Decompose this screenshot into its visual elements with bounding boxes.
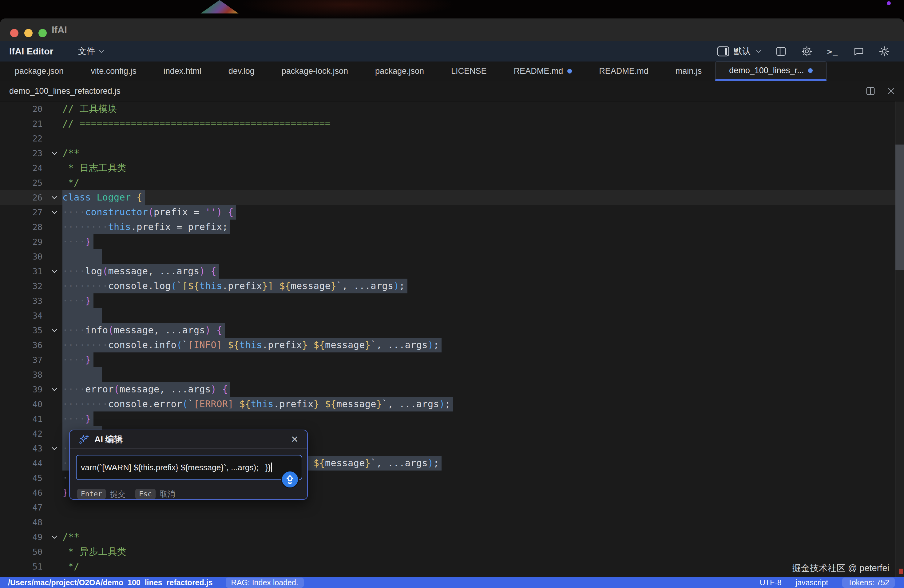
tab-bar: package.jsonvite.config.jsindex.htmldev.… bbox=[0, 62, 904, 81]
line-number: 28 bbox=[0, 222, 46, 232]
code-line-27[interactable]: 27····constructor(prefix = '') { bbox=[0, 205, 904, 220]
fold-chevron-icon[interactable] bbox=[51, 149, 58, 157]
cancel-hint[interactable]: 取消 bbox=[160, 489, 175, 499]
selection-highlight bbox=[62, 249, 102, 264]
minimize-window-button[interactable] bbox=[24, 29, 33, 37]
code-line-41[interactable]: 41····} bbox=[0, 411, 904, 426]
scrollbar-track[interactable] bbox=[895, 101, 904, 577]
code-line-28[interactable]: 28········this.prefix = prefix; bbox=[0, 220, 904, 234]
theme-sun-icon bbox=[879, 46, 890, 57]
code-text: ········console.log(`[${this.prefix}] ${… bbox=[62, 279, 904, 293]
scrollbar-thumb[interactable] bbox=[895, 145, 904, 270]
code-text: * 异步工具类 bbox=[62, 544, 904, 559]
code-line-24[interactable]: 24 * 日志工具类 bbox=[0, 161, 904, 175]
fold-column bbox=[46, 267, 62, 275]
file-menu-label: 文件 bbox=[78, 46, 95, 57]
ai-prompt-value: varn(`[WARN] ${this.prefix} ${message}`,… bbox=[81, 463, 271, 473]
settings-button[interactable] bbox=[800, 44, 814, 58]
panel-layout-icon bbox=[717, 46, 729, 57]
code-text: /** bbox=[62, 146, 904, 161]
file-menu[interactable]: 文件 bbox=[78, 46, 105, 57]
code-line-38[interactable]: 38 bbox=[0, 367, 904, 382]
code-line-23[interactable]: 23/** bbox=[0, 146, 904, 161]
tab-main.js[interactable]: main.js bbox=[662, 62, 716, 81]
tab-package-lock.json[interactable]: package-lock.json bbox=[268, 62, 362, 81]
tab-README.md[interactable]: README.md bbox=[585, 62, 662, 81]
code-line-25[interactable]: 25 */ bbox=[0, 175, 904, 190]
ai-submit-button[interactable] bbox=[281, 471, 299, 488]
code-line-47[interactable]: 47 bbox=[0, 500, 904, 515]
code-line-48[interactable]: 48 bbox=[0, 515, 904, 530]
code-line-37[interactable]: 37····} bbox=[0, 352, 904, 367]
split-editor-icon[interactable] bbox=[866, 87, 875, 96]
layout-label: 默认 bbox=[734, 46, 751, 57]
split-editor-button[interactable] bbox=[774, 44, 788, 58]
tab-vite.config.js[interactable]: vite.config.js bbox=[77, 62, 150, 81]
tab-README.md[interactable]: README.md bbox=[500, 62, 586, 81]
code-line-36[interactable]: 36········console.info(`[INFO] ${this.pr… bbox=[0, 338, 904, 352]
code-line-29[interactable]: 29····} bbox=[0, 234, 904, 249]
fold-chevron-icon[interactable] bbox=[51, 326, 58, 334]
code-line-31[interactable]: 31····log(message, ...args) { bbox=[0, 264, 904, 279]
zoom-window-button[interactable] bbox=[38, 29, 47, 37]
chat-button[interactable] bbox=[852, 44, 865, 58]
window-titlebar[interactable]: IfAI bbox=[0, 19, 904, 41]
code-editor[interactable]: 20// 工具模块21// ==========================… bbox=[0, 101, 904, 577]
code-line-50[interactable]: 50 * 异步工具类 bbox=[0, 544, 904, 559]
code-line-22[interactable]: 22 bbox=[0, 131, 904, 146]
tab-package.json[interactable]: package.json bbox=[362, 62, 438, 81]
code-line-51[interactable]: 51 */ bbox=[0, 559, 904, 574]
layout-picker[interactable]: 默认 bbox=[717, 46, 762, 57]
code-text: */ bbox=[62, 175, 904, 190]
tab-LICENSE[interactable]: LICENSE bbox=[438, 62, 500, 81]
code-line-49[interactable]: 49/** bbox=[0, 530, 904, 544]
close-editor-icon[interactable] bbox=[887, 87, 895, 95]
code-line-32[interactable]: 32········console.log(`[${this.prefix}] … bbox=[0, 279, 904, 293]
fold-chevron-icon[interactable] bbox=[51, 267, 58, 275]
terminal-button[interactable]: >_ bbox=[826, 44, 839, 58]
code-line-33[interactable]: 33····} bbox=[0, 293, 904, 308]
code-line-26[interactable]: 26class Logger { bbox=[0, 190, 904, 205]
status-language[interactable]: javascript bbox=[796, 578, 828, 587]
enter-key-badge: Enter bbox=[77, 488, 106, 499]
code-line-34[interactable]: 34 bbox=[0, 308, 904, 323]
fold-chevron-icon[interactable] bbox=[51, 208, 58, 216]
close-window-button[interactable] bbox=[10, 29, 19, 37]
close-icon[interactable]: ✕ bbox=[291, 435, 299, 444]
tab-index.html[interactable]: index.html bbox=[150, 62, 215, 81]
code-text: ····} bbox=[62, 352, 904, 367]
ai-dialog-header: AI 编辑 ✕ bbox=[70, 430, 307, 449]
sparkle-icon bbox=[78, 434, 90, 445]
selection-highlight: ····} bbox=[62, 293, 93, 308]
submit-hint[interactable]: 提交 bbox=[110, 489, 125, 499]
line-number: 27 bbox=[0, 207, 46, 217]
line-number: 22 bbox=[0, 134, 46, 143]
fold-chevron-icon[interactable] bbox=[51, 385, 58, 394]
breadcrumb-bar: demo_100_lines_refactored.js bbox=[0, 81, 904, 101]
ai-prompt-input[interactable]: varn(`[WARN] ${this.prefix} ${message}`,… bbox=[76, 455, 302, 480]
code-line-30[interactable]: 30 bbox=[0, 249, 904, 264]
desktop-purple-dot bbox=[887, 1, 891, 5]
fold-column bbox=[46, 326, 62, 334]
code-line-21[interactable]: 21// ===================================… bbox=[0, 116, 904, 131]
tab-package.json[interactable]: package.json bbox=[1, 62, 77, 81]
tab-label: LICENSE bbox=[451, 66, 487, 76]
code-line-39[interactable]: 39····error(message, ...args) { bbox=[0, 382, 904, 397]
status-encoding[interactable]: UTF-8 bbox=[760, 578, 782, 587]
code-line-35[interactable]: 35····info(message, ...args) { bbox=[0, 323, 904, 338]
tab-label: README.md bbox=[514, 66, 563, 76]
fold-chevron-icon[interactable] bbox=[51, 533, 58, 541]
theme-toggle-button[interactable] bbox=[877, 44, 891, 58]
fold-chevron-icon[interactable] bbox=[51, 444, 58, 452]
send-arrow-icon bbox=[285, 474, 295, 485]
code-line-20[interactable]: 20// 工具模块 bbox=[0, 101, 904, 116]
tab-dev.log[interactable]: dev.log bbox=[215, 62, 268, 81]
overview-ruler-marker bbox=[899, 569, 903, 574]
split-editor-icon bbox=[776, 46, 786, 57]
text-cursor bbox=[271, 463, 272, 473]
fold-chevron-icon[interactable] bbox=[51, 193, 58, 201]
tab-demo_100_lines_r...[interactable]: demo_100_lines_r... bbox=[715, 62, 827, 81]
code-line-40[interactable]: 40········console.error(`[ERROR] ${this.… bbox=[0, 397, 904, 411]
chat-icon bbox=[853, 46, 864, 57]
line-number: 50 bbox=[0, 547, 46, 556]
